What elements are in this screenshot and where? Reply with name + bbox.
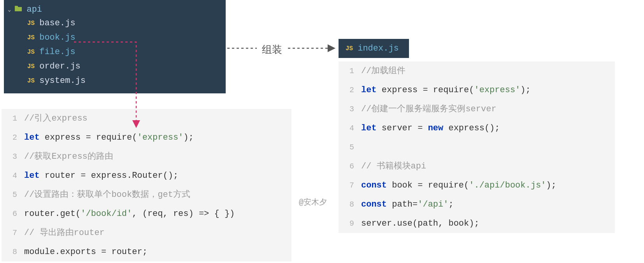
- code-line[interactable]: 7// 导出路由router: [2, 223, 291, 242]
- code-text: //创建一个服务端服务实例server: [361, 103, 497, 116]
- code-text: server.use(path, book);: [361, 217, 479, 230]
- tree-file-system-js[interactable]: JSsystem.js: [4, 74, 226, 88]
- code-line[interactable]: 7const book = require('./api/book.js');: [339, 176, 615, 195]
- line-number: 6: [342, 161, 354, 172]
- line-number: 5: [5, 189, 17, 201]
- code-text: let server = new express();: [361, 122, 500, 135]
- code-text: // 导出路由router: [24, 226, 105, 239]
- code-line[interactable]: 1//加载组件: [339, 61, 615, 81]
- folder-label: api: [26, 5, 42, 14]
- code-text: let express = require('express');: [24, 131, 194, 144]
- annotation-author: @安木夕: [299, 197, 327, 207]
- tree-file-book-js[interactable]: JSbook.js: [4, 30, 226, 45]
- code-text: //加载组件: [361, 65, 405, 77]
- js-icon: JS: [27, 20, 35, 27]
- code-panel-index: 1//加载组件2let express = require('express')…: [339, 61, 615, 233]
- js-icon: JS: [27, 49, 35, 56]
- code-line[interactable]: 8module.exports = router;: [2, 242, 291, 261]
- code-line[interactable]: 4let server = new express();: [339, 119, 615, 138]
- line-number: 7: [5, 227, 17, 239]
- code-line[interactable]: 3//获取Express的路由: [2, 147, 291, 166]
- line-number: 7: [342, 180, 354, 191]
- line-number: 5: [342, 142, 354, 153]
- tree-file-label: file.js: [39, 47, 75, 57]
- code-text: //引入express: [24, 112, 88, 125]
- code-line[interactable]: 5//设置路由：获取单个book数据，get方式: [2, 185, 291, 204]
- code-line[interactable]: 4let router = express.Router();: [2, 166, 291, 185]
- file-tree: ⌄ api JSbase.jsJSbook.jsJSfile.jsJSorder…: [4, 0, 226, 93]
- code-text: const book = require('./api/book.js');: [361, 179, 556, 192]
- tree-file-label: base.js: [39, 18, 75, 28]
- code-line[interactable]: 1//引入express: [2, 109, 291, 128]
- code-line[interactable]: 6// 书籍模块api: [339, 157, 615, 176]
- line-number: 4: [5, 170, 17, 182]
- tree-file-label: book.js: [39, 33, 75, 42]
- tree-file-label: order.js: [39, 61, 81, 71]
- line-number: 2: [342, 84, 354, 96]
- code-text: [361, 141, 366, 154]
- line-number: 8: [5, 246, 17, 258]
- code-line[interactable]: 2let express = require('express');: [2, 128, 291, 147]
- tree-file-order-js[interactable]: JSorder.js: [4, 59, 226, 74]
- line-number: 3: [342, 103, 354, 115]
- annotation-label: 组装: [262, 43, 282, 56]
- code-text: // 书籍模块api: [361, 160, 426, 173]
- line-number: 1: [342, 65, 354, 77]
- js-icon: JS: [27, 34, 35, 41]
- code-line[interactable]: 6router.get('/book/id', (req, res) => { …: [2, 204, 291, 223]
- code-text: let express = require('express');: [361, 84, 531, 96]
- js-icon: JS: [27, 77, 35, 84]
- code-line[interactable]: 9server.use(path, book);: [339, 214, 615, 233]
- tree-file-label: system.js: [39, 76, 86, 86]
- tree-file-base-js[interactable]: JSbase.js: [4, 16, 226, 30]
- code-line[interactable]: 2let express = require('express');: [339, 81, 615, 100]
- code-text: module.exports = router;: [24, 245, 147, 258]
- line-number: 8: [342, 199, 354, 210]
- tab-index-js[interactable]: JS index.js: [339, 39, 409, 58]
- line-number: 4: [342, 123, 354, 134]
- line-number: 2: [5, 132, 17, 144]
- folder-api[interactable]: ⌄ api: [4, 3, 226, 16]
- code-line[interactable]: 3//创建一个服务端服务实例server: [339, 100, 615, 119]
- code-text: let router = express.Router();: [24, 169, 178, 182]
- code-line[interactable]: 8const path='/api';: [339, 195, 615, 214]
- line-number: 1: [5, 113, 17, 124]
- line-number: 3: [5, 151, 17, 163]
- code-text: //设置路由：获取单个book数据，get方式: [24, 188, 190, 201]
- code-panel-book: 1//引入express2let express = require('expr…: [2, 109, 291, 261]
- line-number: 6: [5, 208, 17, 220]
- js-icon: JS: [27, 63, 35, 70]
- code-text: //获取Express的路由: [24, 150, 113, 163]
- chevron-down-icon: ⌄: [8, 6, 11, 13]
- code-text: router.get('/book/id', (req, res) => { }…: [24, 207, 235, 220]
- code-text: const path='/api';: [361, 198, 454, 211]
- line-number: 9: [342, 218, 354, 230]
- js-icon: JS: [346, 45, 353, 52]
- folder-icon: [14, 5, 23, 14]
- tab-label: index.js: [358, 44, 399, 53]
- tree-file-file-js[interactable]: JSfile.js: [4, 45, 226, 59]
- code-line[interactable]: 5: [339, 138, 615, 157]
